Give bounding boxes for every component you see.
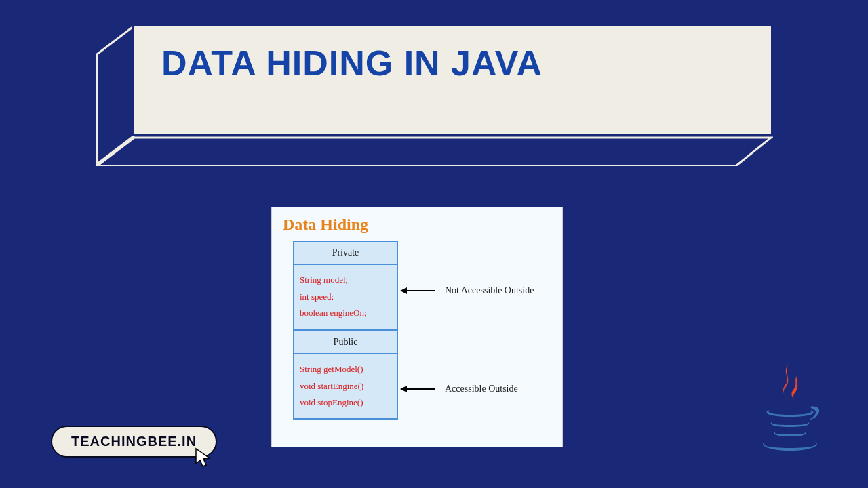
member-line: boolean engineOn; xyxy=(300,305,391,322)
box-bottom-face xyxy=(95,136,773,166)
cursor-icon xyxy=(193,447,215,471)
diagram-card: Data Hiding Private String model; int sp… xyxy=(271,207,563,447)
link-label: TEACHINGBEE.IN xyxy=(71,434,197,449)
box-front-face: DATA HIDING IN JAVA xyxy=(132,24,773,136)
private-label: Private xyxy=(294,242,397,265)
svg-marker-2 xyxy=(196,449,210,466)
public-label: Public xyxy=(294,331,397,354)
public-members: String getModel() void startEngine() voi… xyxy=(294,354,397,418)
member-line: int speed; xyxy=(300,289,391,306)
private-section: Private String model; int speed; boolean… xyxy=(293,241,398,330)
private-members: String model; int speed; boolean engineO… xyxy=(294,265,397,329)
java-logo-icon xyxy=(753,359,827,461)
public-section: Public String getModel() void startEngin… xyxy=(293,330,398,420)
arrow-left-icon xyxy=(401,388,435,390)
arrow-left-icon xyxy=(401,290,435,291)
private-annotation: Not Accessible Outside xyxy=(401,285,534,296)
page-title: DATA HIDING IN JAVA xyxy=(161,43,744,83)
title-3d-box: DATA HIDING IN JAVA xyxy=(95,24,773,166)
public-annotation: Accessible Outside xyxy=(401,384,518,394)
annotation-text: Accessible Outside xyxy=(445,384,518,394)
member-line: void stopEngine() xyxy=(300,394,391,411)
annotation-text: Not Accessible Outside xyxy=(445,285,534,296)
website-link[interactable]: TEACHINGBEE.IN xyxy=(51,426,217,458)
svg-marker-1 xyxy=(97,138,771,166)
member-line: String getModel() xyxy=(300,361,391,378)
member-line: String model; xyxy=(300,272,391,289)
member-line: void startEngine() xyxy=(300,378,391,395)
diagram-heading: Data Hiding xyxy=(283,216,551,234)
